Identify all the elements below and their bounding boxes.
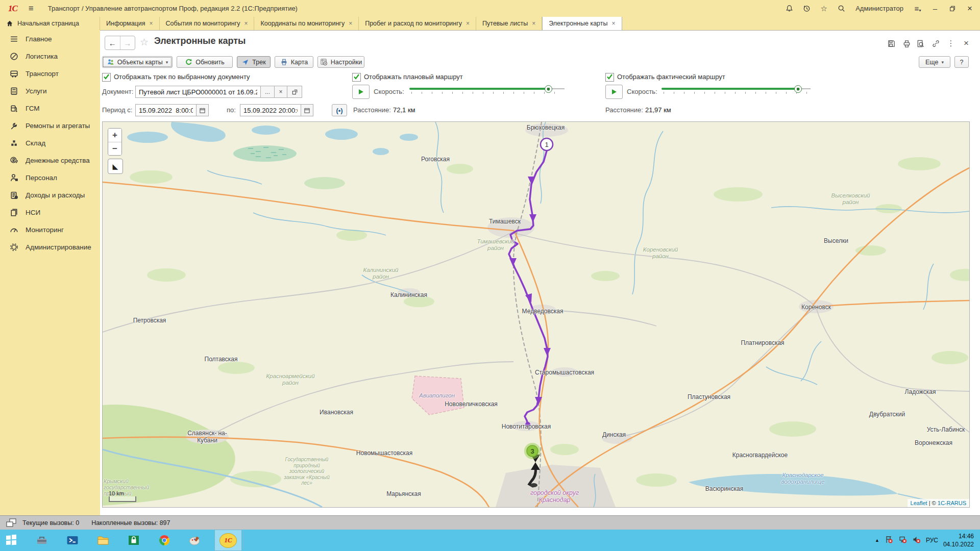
slider-thumb[interactable] <box>545 85 552 93</box>
refresh-button[interactable]: Обновить <box>177 56 233 68</box>
taskbar-app-toolbox[interactable] <box>31 530 53 551</box>
map-label: Старомышастовская <box>535 369 594 376</box>
minimize-button[interactable]: – <box>930 4 940 14</box>
sidebar-item-nsi[interactable]: НСИ <box>0 204 100 221</box>
close-tab-icon[interactable]: × <box>244 20 248 27</box>
save-icon[interactable] <box>886 38 897 48</box>
leaflet-link[interactable]: Leaflet <box>911 500 927 506</box>
taskbar-app-chrome[interactable] <box>153 530 176 551</box>
taskbar-app-paint[interactable] <box>184 530 206 551</box>
taskbar-app-1c[interactable]: 1С <box>214 530 242 551</box>
document-open-button[interactable] <box>287 86 302 98</box>
document-choose-button[interactable]: ... <box>260 86 275 98</box>
sidebar-item-money[interactable]: Денежные средства <box>0 152 100 169</box>
zoom-in-button[interactable]: + <box>108 129 121 142</box>
taskbar-app-explorer[interactable] <box>92 530 114 551</box>
track-toggle-button[interactable]: Трек <box>237 56 271 68</box>
period-to-label: по: <box>227 106 236 114</box>
favorites-star-icon[interactable]: ☆ <box>819 4 829 14</box>
map-marker-start[interactable]: 1 <box>541 138 553 151</box>
sidebar-item-repairs[interactable]: Ремонты и агрегаты <box>0 117 100 134</box>
close-tab-icon[interactable]: × <box>150 20 153 27</box>
plan-play-button[interactable] <box>352 85 370 99</box>
document-clear-button[interactable]: × <box>274 86 287 98</box>
close-tab-icon[interactable]: × <box>349 20 352 27</box>
scale-text: 10 km <box>109 490 124 496</box>
show-period-on-map-button[interactable]: (•) <box>332 104 347 116</box>
keyboard-language[interactable]: РУС <box>926 537 938 544</box>
get-link-icon[interactable] <box>930 38 941 48</box>
period-from-calendar-button[interactable] <box>196 104 209 116</box>
tab-information[interactable]: Информация× <box>100 17 160 30</box>
tab-monitoring-events[interactable]: События по мониторингу× <box>160 17 255 30</box>
service-menu-icon[interactable]: ≡▾ <box>913 4 923 14</box>
plan-speed-slider[interactable] <box>409 85 565 95</box>
map-canvas[interactable]: 1 3 Брюховецкая Роговская Тимашевск Тима… <box>102 121 970 508</box>
tab-electronic-maps[interactable]: Электронные карты× <box>542 17 622 30</box>
tray-volume-icon[interactable] <box>912 535 921 546</box>
close-tab-icon[interactable]: × <box>532 20 535 27</box>
start-button[interactable] <box>0 530 22 551</box>
fact-play-button[interactable] <box>605 85 623 99</box>
measure-tool-button[interactable]: ◣ <box>108 159 123 174</box>
current-user[interactable]: Администратор <box>855 5 903 12</box>
restore-button[interactable] <box>947 4 958 14</box>
tab-monitoring-coordinates[interactable]: Координаты по мониторингу× <box>254 17 359 30</box>
taskbar-clock[interactable]: 14:46 04.10.2022 <box>943 532 974 548</box>
show-fact-route-checkbox[interactable] <box>605 73 614 82</box>
global-search-icon[interactable] <box>836 4 846 14</box>
print-icon[interactable] <box>901 38 912 48</box>
sidebar-item-fuel[interactable]: ГСМ <box>0 99 100 117</box>
forward-button[interactable]: → <box>120 36 135 49</box>
show-plan-route-checkbox[interactable] <box>352 73 361 82</box>
notifications-bell-icon[interactable] <box>784 4 794 14</box>
history-icon[interactable] <box>801 4 812 14</box>
sidebar-item-services[interactable]: Услуги <box>0 82 100 99</box>
show-track-checkbox[interactable] <box>102 73 111 82</box>
sidebar-item-personnel[interactable]: Персонал <box>0 169 100 186</box>
show-fact-route-label[interactable]: Отображать фактический маршрут <box>617 73 725 81</box>
print-preview-icon[interactable] <box>915 38 926 48</box>
map-marker-cluster[interactable]: 3 <box>524 443 541 459</box>
close-tab-icon[interactable]: × <box>466 20 470 27</box>
tab-waybills[interactable]: Путевые листы× <box>476 17 542 30</box>
slider-thumb[interactable] <box>794 85 802 93</box>
sidebar-item-transport[interactable]: Транспорт <box>0 65 100 82</box>
settings-button[interactable]: Настройки <box>317 56 364 68</box>
taskbar-app-powershell[interactable] <box>61 530 84 551</box>
map-select-button[interactable]: Карта <box>275 56 313 68</box>
map-label: Славянск- на-Кубани <box>187 430 228 444</box>
add-favorite-star-icon[interactable]: ☆ <box>140 36 149 48</box>
help-button[interactable]: ? <box>954 56 969 68</box>
show-track-label[interactable]: Отображать трек по выбранному документу <box>114 73 250 81</box>
tray-network-icon[interactable] <box>898 535 907 546</box>
sidebar-item-main[interactable]: Главное <box>0 30 100 47</box>
tray-flag-icon[interactable] <box>885 535 893 546</box>
zoom-out-button[interactable]: − <box>108 142 121 155</box>
more-actions-kebab-icon[interactable]: ⋮ <box>945 38 957 48</box>
sidebar-item-income-expense[interactable]: Доходы и расходы <box>0 186 100 204</box>
sidebar-item-warehouse[interactable]: Склад <box>0 134 100 152</box>
sidebar-item-logistics[interactable]: Логистика <box>0 47 100 65</box>
document-input[interactable] <box>135 86 261 98</box>
sidebar-item-monitoring[interactable]: Мониторинг <box>0 221 100 238</box>
close-tab-icon[interactable]: × <box>612 20 616 27</box>
period-to-input[interactable] <box>240 104 301 116</box>
main-menu-icon[interactable]: ≡ <box>29 4 34 14</box>
brand-link[interactable]: 1C-RARUS <box>938 500 966 506</box>
sidebar-item-administration[interactable]: Администрирование <box>0 238 100 256</box>
close-window-button[interactable]: × <box>965 4 975 14</box>
back-button[interactable]: ← <box>105 36 120 49</box>
period-from-input[interactable] <box>135 104 197 116</box>
show-plan-route-label[interactable]: Отображать плановый маршрут <box>364 73 463 81</box>
fact-speed-slider[interactable] <box>662 85 811 95</box>
tab-home[interactable]: Начальная страница <box>0 17 100 30</box>
period-to-calendar-button[interactable] <box>301 104 313 116</box>
map-label: Пластуновская <box>688 393 730 400</box>
tray-expand-icon[interactable]: ▲ <box>875 538 879 543</box>
more-button[interactable]: Еще ▾ <box>919 56 950 68</box>
map-objects-button[interactable]: Объекты карты ▾ <box>102 56 173 68</box>
tab-monitoring-mileage[interactable]: Пробег и расход по мониторингу× <box>359 17 476 30</box>
taskbar-app-store[interactable] <box>122 530 145 551</box>
close-form-icon[interactable]: × <box>961 38 972 48</box>
